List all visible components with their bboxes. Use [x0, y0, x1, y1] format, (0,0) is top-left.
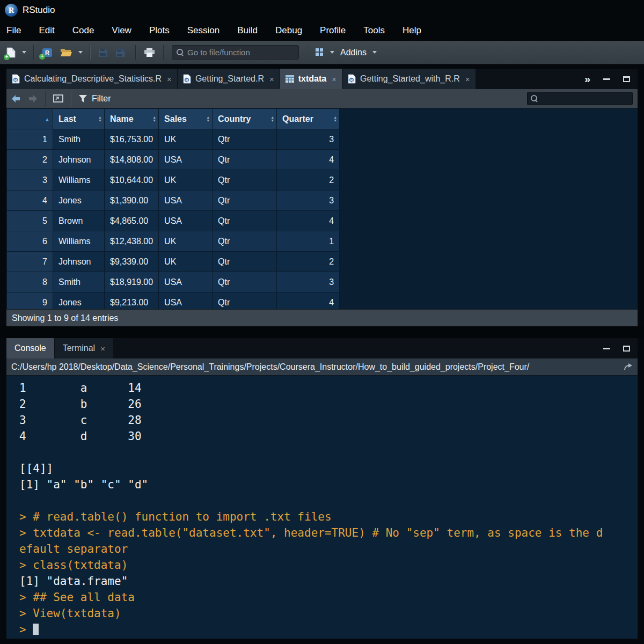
chevron-down-icon[interactable]: [78, 51, 83, 54]
working-directory-path: C:/Users/hp 2018/Desktop/Data_Science/Pe…: [11, 362, 620, 372]
editor-tab-bar: RCalculating_Descriptive_Statistics.R×RG…: [6, 69, 638, 89]
filter-button[interactable]: Filter: [92, 94, 111, 104]
column-header-quarter[interactable]: Quarter▲▼: [277, 109, 340, 129]
menu-item-build[interactable]: Build: [237, 25, 258, 36]
data-search-input[interactable]: [541, 94, 629, 103]
pane-splitter[interactable]: [0, 326, 644, 338]
window-title: RStudio: [23, 5, 55, 16]
menu-bar: FileEditCodeViewPlotsSessionBuildDebugPr…: [0, 20, 644, 41]
separator: [33, 45, 34, 60]
table-row: 3Williams$10,644.00UKQtr2: [7, 170, 340, 191]
close-icon[interactable]: ×: [465, 75, 470, 84]
print-button[interactable]: [142, 46, 157, 59]
column-header-name[interactable]: Name▲▼: [105, 109, 159, 129]
chevron-down-icon[interactable]: [330, 51, 334, 54]
open-folder-icon: [60, 48, 72, 57]
table-cell: Brown: [53, 211, 105, 231]
table-cell: Smith: [53, 129, 105, 150]
maximize-pane-icon[interactable]: [623, 346, 630, 352]
save-all-icon: [115, 48, 127, 57]
rstudio-window: R RStudio FileEditCodeViewPlotsSessionBu…: [0, 0, 644, 639]
table-cell: $1,390.00: [105, 191, 159, 211]
forward-arrow-icon[interactable]: [27, 94, 38, 103]
console-line: [19, 493, 638, 509]
column-header-country[interactable]: Country▲▼: [213, 109, 277, 129]
editor-tab-txtdata[interactable]: txtdata×: [280, 69, 342, 89]
menu-item-tools[interactable]: Tools: [363, 25, 385, 36]
close-icon[interactable]: ×: [167, 75, 172, 84]
console-line-text: [1] "a" "b" "c" "d": [19, 478, 148, 491]
table-cell: 4: [277, 150, 340, 170]
popout-icon[interactable]: [53, 94, 63, 103]
separator: [71, 91, 71, 106]
close-icon[interactable]: ×: [332, 75, 336, 84]
data-viewer-toolbar: Filter: [6, 89, 638, 108]
menu-item-profile[interactable]: Profile: [320, 25, 346, 36]
table-cell: Qtr: [213, 129, 277, 150]
search-icon: [177, 49, 184, 56]
table-cell: $16,753.00: [105, 129, 159, 150]
table-cell: UK: [159, 231, 213, 252]
table-cell: Qtr: [213, 150, 277, 170]
table-cell: Williams: [53, 231, 105, 252]
editor-tab-getting_started_with_r.r[interactable]: RGetting_Started_with_R.R×: [342, 69, 475, 89]
tab-label: Terminal: [63, 343, 95, 353]
goto-file-input[interactable]: [187, 48, 294, 57]
goto-directory-icon[interactable]: [624, 363, 633, 371]
menu-item-edit[interactable]: Edit: [39, 25, 54, 36]
new-project-button[interactable]: R +: [40, 46, 55, 59]
column-header-rownum[interactable]: ▲: [7, 109, 53, 129]
data-search-box[interactable]: [527, 92, 633, 105]
menu-item-file[interactable]: File: [6, 25, 21, 36]
maximize-pane-icon[interactable]: [623, 76, 630, 82]
table-cell: 9: [7, 292, 53, 310]
filter-icon[interactable]: [79, 95, 87, 103]
console-tab-terminal[interactable]: Terminal×: [55, 338, 113, 358]
addins-grid-button[interactable]: [313, 47, 326, 58]
menu-item-help[interactable]: Help: [402, 25, 421, 36]
new-file-button[interactable]: +: [4, 46, 18, 60]
goto-file-box[interactable]: [172, 45, 299, 60]
save-button[interactable]: [96, 46, 110, 59]
console-output[interactable]: 1 a 142 b 263 c 284 d 30[[4]][1] "a" "b"…: [6, 376, 638, 639]
console-line: [1] "a" "b" "c" "d": [19, 477, 638, 493]
table-cell: 3: [277, 129, 340, 150]
open-file-button[interactable]: [58, 46, 74, 58]
menu-item-session[interactable]: Session: [187, 25, 219, 36]
minimize-pane-icon[interactable]: [603, 348, 610, 349]
pane-controls: »: [584, 69, 638, 89]
sort-icons: ▲▼: [206, 116, 210, 122]
table-cell: 3: [7, 170, 53, 191]
menu-item-plots[interactable]: Plots: [149, 25, 170, 36]
more-tabs-icon[interactable]: »: [584, 73, 590, 85]
save-all-button[interactable]: [113, 46, 129, 59]
rstudio-logo-icon: R: [5, 4, 18, 17]
menu-item-debug[interactable]: Debug: [275, 25, 302, 36]
close-icon[interactable]: ×: [269, 75, 274, 84]
tab-label: Getting_Started.R: [195, 74, 264, 84]
console-line: [[4]]: [19, 460, 638, 477]
column-header-sales[interactable]: Sales▲▼: [159, 109, 213, 129]
chevron-down-icon[interactable]: [22, 51, 26, 54]
editor-tab-getting_started.r[interactable]: RGetting_Started.R×: [178, 69, 280, 89]
minimize-pane-icon[interactable]: [603, 78, 610, 80]
close-icon[interactable]: ×: [100, 344, 105, 353]
table-cell: Jones: [53, 292, 105, 310]
table-cell: UK: [159, 252, 213, 272]
console-line-text: > # read.table() function to import .txt…: [19, 510, 332, 523]
console-tab-console[interactable]: Console: [6, 338, 54, 358]
addins-button[interactable]: Addins: [340, 48, 367, 57]
chevron-down-icon[interactable]: [372, 51, 377, 54]
r-file-icon: R: [12, 74, 20, 84]
table-cell: 4: [7, 191, 53, 211]
editor-tabs: RCalculating_Descriptive_Statistics.R×RG…: [6, 69, 476, 89]
editor-tab-calculating_descriptive_statistics.r[interactable]: RCalculating_Descriptive_Statistics.R×: [6, 69, 177, 89]
table-cell: USA: [159, 272, 213, 292]
column-header-last[interactable]: Last▲▼: [53, 109, 105, 129]
back-arrow-icon[interactable]: [11, 94, 22, 103]
table-header-row: ▲Last▲▼Name▲▼Sales▲▼Country▲▼Quarter▲▼: [7, 109, 340, 129]
menu-item-view[interactable]: View: [112, 25, 131, 36]
menu-item-code[interactable]: Code: [72, 25, 94, 36]
console-line-text: > ## See all data: [19, 591, 135, 604]
title-bar: R RStudio: [0, 0, 644, 20]
